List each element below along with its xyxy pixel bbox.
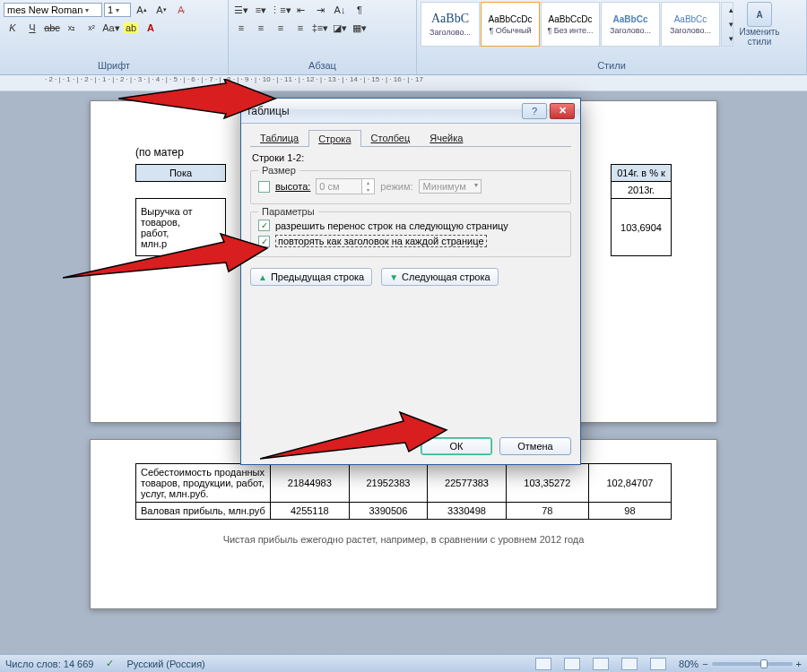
tab-column[interactable]: Столбец [361, 129, 421, 146]
clear-format-button[interactable]: A̶ [172, 2, 190, 18]
styles-group-label: Стили [421, 58, 803, 73]
line-spacing-button[interactable]: ‡≡▾ [311, 20, 329, 36]
sort-button[interactable]: A↓ [331, 2, 349, 18]
next-row-button[interactable]: ▼Следующая строка [381, 268, 498, 286]
dialog-titlebar[interactable]: таблицы ? ✕ [241, 99, 580, 124]
change-styles-button[interactable]: A Изменить стили [734, 2, 785, 47]
align-right-button[interactable]: ≡ [272, 20, 290, 36]
spellcheck-icon[interactable]: ✓ [106, 658, 114, 669]
tab-row[interactable]: Строка [308, 130, 360, 147]
font-group-label: Шрифт [4, 58, 224, 73]
mode-combo[interactable]: Минимум [419, 179, 482, 194]
tab-table[interactable]: Таблица [250, 129, 308, 146]
font-color-button[interactable]: A [142, 20, 160, 36]
horizontal-ruler[interactable]: · 2 · | · 1 · | · 2 · | · 1 · | · 2 · | … [0, 75, 807, 91]
superscript-button[interactable]: x² [82, 20, 100, 36]
full-screen-view-button[interactable] [564, 658, 580, 670]
highlight-button[interactable]: ab [122, 20, 140, 36]
zoom-slider[interactable] [712, 662, 793, 666]
style-tile[interactable]: AaBbCcDc¶ Обычный [481, 2, 540, 47]
web-layout-view-button[interactable] [593, 658, 609, 670]
indent-button[interactable]: ⇥ [311, 2, 329, 18]
align-center-button[interactable]: ≡ [252, 20, 270, 36]
ribbon: mes New Roman▾ 1▾ A▴ A▾ A̶ K Ч abc x₂ x²… [0, 0, 807, 75]
borders-button[interactable]: ▦▾ [351, 20, 369, 36]
subscript-button[interactable]: x₂ [63, 20, 81, 36]
language-indicator[interactable]: Русский (Россия) [126, 659, 204, 669]
allow-break-label: разрешить перенос строк на следующую стр… [275, 220, 508, 231]
table-properties-dialog: таблицы ? ✕ Таблица Строка Столбец Ячейк… [240, 98, 581, 465]
draft-view-button[interactable] [650, 658, 666, 670]
word-count[interactable]: Число слов: 14 669 [5, 659, 93, 669]
align-left-button[interactable]: ≡ [232, 20, 250, 36]
zoom-out-button[interactable]: − [702, 659, 707, 669]
help-button[interactable]: ? [522, 103, 547, 119]
zoom-in-button[interactable]: + [796, 659, 802, 669]
change-styles-icon: A [747, 2, 772, 27]
print-layout-view-button[interactable] [535, 658, 551, 670]
size-group: Размер высота: ▴▾ режим: Минимум [250, 170, 571, 204]
dialog-title: таблицы [247, 105, 519, 117]
style-tile[interactable]: AaBbCcЗаголово... [601, 2, 660, 47]
close-button[interactable]: ✕ [550, 103, 575, 119]
bullets-button[interactable]: ☰▾ [232, 2, 250, 18]
status-bar: Число слов: 14 669 ✓ Русский (Россия) 80… [0, 654, 807, 672]
justify-button[interactable]: ≡ [291, 20, 309, 36]
rows-label: Строки 1-2: [252, 152, 571, 163]
height-label: высота: [275, 181, 310, 192]
shrink-font-button[interactable]: A▾ [152, 2, 170, 18]
style-tile[interactable]: AaBbCcЗаголово... [661, 2, 720, 47]
zoom-level[interactable]: 80% [679, 659, 699, 669]
outdent-button[interactable]: ⇤ [291, 2, 309, 18]
style-tile[interactable]: AaBbCcDc¶ Без инте... [541, 2, 600, 47]
doc-table-2: Себестоимость проданных товаров, продукц… [135, 463, 672, 520]
style-tile[interactable]: AaBbCЗаголово... [421, 2, 480, 47]
font-size-combo[interactable]: 1▾ [104, 3, 131, 17]
change-case-button[interactable]: Aa▾ [102, 20, 120, 36]
allow-break-checkbox[interactable]: ✓ [258, 220, 270, 231]
mode-label: режим: [380, 181, 412, 192]
font-name-combo[interactable]: mes New Roman▾ [4, 3, 102, 17]
params-group: Параметры ✓ разрешить перенос строк на с… [250, 211, 571, 257]
table-row: Себестоимость проданных товаров, продукц… [136, 464, 672, 503]
shading-button[interactable]: ◪▾ [331, 20, 349, 36]
numbering-button[interactable]: ≡▾ [252, 2, 270, 18]
underline-button[interactable]: Ч [23, 20, 41, 36]
height-spinner[interactable]: ▴▾ [316, 178, 375, 194]
cancel-button[interactable]: Отмена [499, 437, 571, 455]
show-marks-button[interactable]: ¶ [351, 2, 369, 18]
grow-font-button[interactable]: A▴ [133, 2, 151, 18]
prev-row-button[interactable]: ▲Предыдущая строка [250, 268, 372, 286]
ok-button[interactable]: ОК [421, 437, 492, 455]
repeat-header-checkbox[interactable]: ✓ [258, 236, 270, 247]
paragraph-group-label: Абзац [232, 58, 412, 73]
styles-gallery[interactable]: AaBbCЗаголово... AaBbCcDc¶ Обычный AaBbC… [421, 2, 803, 47]
dialog-tabs: Таблица Строка Столбец Ячейка [250, 129, 571, 147]
outline-view-button[interactable] [621, 658, 638, 670]
table-row: Валовая прибыль, млн.руб 425511833905063… [136, 503, 672, 520]
tab-cell[interactable]: Ячейка [420, 129, 473, 146]
italic-button[interactable]: K [4, 20, 22, 36]
repeat-header-label: повторять как заголовок на каждой страни… [275, 235, 487, 247]
footer-text: Чистая прибыль ежегодно растет, например… [135, 534, 672, 545]
height-checkbox[interactable] [258, 181, 270, 193]
strike-button[interactable]: abc [43, 20, 61, 36]
multilevel-button[interactable]: ⋮≡▾ [272, 2, 290, 18]
